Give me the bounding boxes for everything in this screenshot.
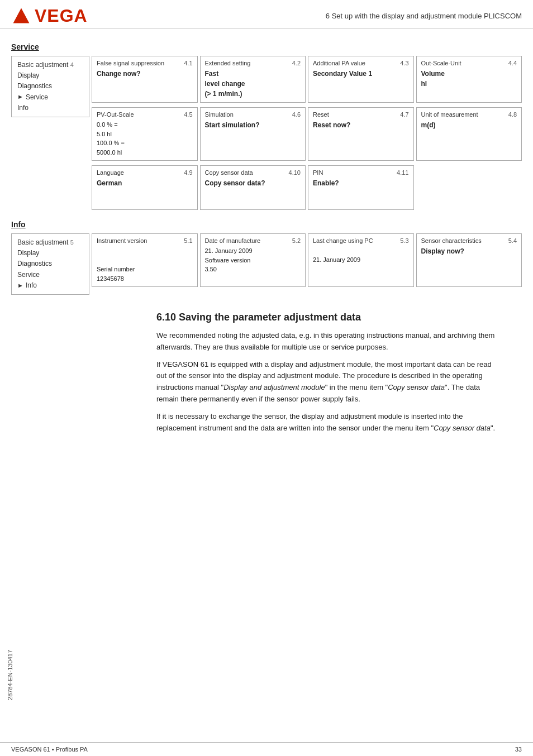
card-extended-setting: Extended setting 4.2 Fast level change (…	[200, 56, 306, 103]
card-extended-body: Fast level change (> 1 m/min.)	[205, 69, 301, 99]
menu-item-display: Display	[17, 70, 83, 81]
card-out-scale-body: Volume hl	[421, 69, 517, 89]
card-pa-body: Secondary Value 1	[313, 69, 409, 79]
chapter-para-1: We recommended noting the adjusted data,…	[156, 330, 503, 353]
menu-item-info: Info	[17, 103, 83, 113]
card-false-signal: False signal suppression 4.1 Change now?	[92, 56, 198, 103]
info-row-1: Instrument version 5.1 Serial number 123…	[92, 233, 522, 287]
service-cards-grid: False signal suppression 4.1 Change now?…	[92, 56, 522, 212]
main-content: Service Basic adjustment 4 Display Diagn…	[0, 29, 533, 451]
card-copy-body: Copy sensor data?	[205, 178, 301, 188]
info-menu-item-info: ► Info	[17, 280, 83, 291]
footer-left: VEGASON 61 • Profibus PA	[11, 746, 88, 753]
info-heading: Info	[11, 220, 522, 229]
menu-arrow-service: ►	[17, 92, 23, 102]
header-title: 6 Set up with the display and adjustment…	[326, 12, 522, 20]
card-sim-body: Start simulation?	[205, 120, 301, 130]
card-instrument-body: Serial number 12345678	[97, 246, 193, 283]
logo-text: VEGA	[35, 6, 88, 26]
info-menu-item-display: Display	[17, 248, 83, 259]
chapter-para-2: If VEGASON 61 is equipped with a display…	[156, 359, 503, 405]
menu-arrow-info: ►	[17, 281, 23, 291]
card-false-signal-body: Change now?	[97, 69, 193, 79]
card-sensor-char: Sensor characteristics 5.4 Display now?	[416, 233, 522, 287]
card-last-change: Last change using PC 5.3 21. January 200…	[308, 233, 414, 287]
service-section: Basic adjustment 4 Display Diagnostics ►…	[11, 56, 522, 212]
card-pin-body: Enable?	[313, 178, 409, 188]
chapter-title: 6.10 Saving the parameter adjustment dat…	[156, 312, 503, 323]
info-menu-item-diag: Diagnostics	[17, 259, 83, 269]
card-simulation: Simulation 4.6 Start simulation?	[200, 107, 306, 161]
vega-logo-icon	[11, 6, 31, 26]
page-header: VEGA 6 Set up with the display and adjus…	[0, 0, 533, 29]
card-sensor-char-body: Display now?	[421, 246, 517, 256]
chapter-610: 6.10 Saving the parameter adjustment dat…	[156, 312, 503, 434]
card-unit-measurement: Unit of measurement 4.8 m(d)	[416, 107, 522, 161]
card-last-change-body: 21. January 2009	[313, 255, 409, 265]
page-footer: VEGASON 61 • Profibus PA 33	[0, 742, 533, 756]
card-empty-placeholder	[416, 165, 522, 210]
card-date-manufacture: Date of manufacture 5.2 21. January 2009…	[200, 233, 306, 287]
footer-right: 33	[515, 746, 522, 753]
service-row-1: False signal suppression 4.1 Change now?…	[92, 56, 522, 103]
menu-item-diagnostics: Diagnostics	[17, 81, 83, 92]
svg-marker-0	[13, 8, 30, 23]
service-row-3: Language 4.9 German Copy sensor data 4.1…	[92, 165, 522, 210]
menu-item-service: ► Service	[17, 92, 83, 103]
card-pv-body: 0.0 % = 5.0 hl 100.0 % = 5000.0 hl	[97, 120, 193, 157]
card-language: Language 4.9 German	[92, 165, 198, 210]
card-date-body: 21. January 2009 Software version 3.50	[205, 246, 301, 274]
sidebar-vertical-text: 28784-EN-130417	[7, 650, 13, 700]
card-pv-out-scale: PV-Out-Scale 4.5 0.0 % = 5.0 hl 100.0 % …	[92, 107, 198, 161]
service-menu-tree: Basic adjustment 4 Display Diagnostics ►…	[11, 56, 89, 117]
service-row-2: PV-Out-Scale 4.5 0.0 % = 5.0 hl 100.0 % …	[92, 107, 522, 161]
chapter-para-3: If it is necessary to exchange the senso…	[156, 411, 503, 434]
card-copy-sensor: Copy sensor data 4.10 Copy sensor data?	[200, 165, 306, 210]
card-reset-body: Reset now?	[313, 120, 409, 130]
menu-item-basic-adj: Basic adjustment 4	[17, 60, 83, 70]
card-unit-body: m(d)	[421, 120, 517, 130]
card-pin: PIN 4.11 Enable?	[308, 165, 414, 210]
info-menu-item-basic: Basic adjustment 5	[17, 237, 83, 248]
card-pa-value: Additional PA value 4.3 Secondary Value …	[308, 56, 414, 103]
card-reset: Reset 4.7 Reset now?	[308, 107, 414, 161]
card-instrument-version: Instrument version 5.1 Serial number 123…	[92, 233, 198, 287]
service-heading: Service	[11, 42, 522, 51]
info-cards-grid: Instrument version 5.1 Serial number 123…	[92, 233, 522, 289]
card-language-body: German	[97, 178, 193, 188]
card-out-scale-unit: Out-Scale-Unit 4.4 Volume hl	[416, 56, 522, 103]
info-menu-tree: Basic adjustment 5 Display Diagnostics S…	[11, 233, 89, 295]
info-section: Basic adjustment 5 Display Diagnostics S…	[11, 233, 522, 295]
info-menu-item-service: Service	[17, 270, 83, 280]
